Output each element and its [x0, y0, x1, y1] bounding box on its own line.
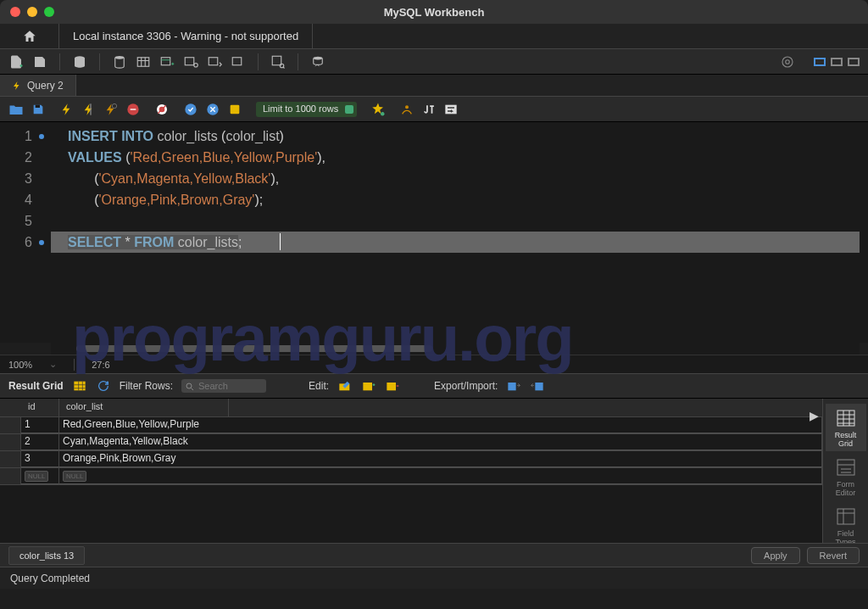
editor-status-bar: 100% ⌄ 27:6 — [0, 355, 868, 373]
rollback-icon[interactable] — [205, 102, 220, 117]
table-icon[interactable] — [136, 54, 151, 70]
home-tab[interactable] — [0, 24, 59, 48]
table-row[interactable]: 2Cyan,Magenta,Yellow,Black — [0, 434, 822, 451]
status-message: Query Completed — [10, 573, 90, 584]
find-icon[interactable] — [399, 102, 415, 117]
status-bar: Query Completed — [0, 567, 868, 589]
table-row[interactable]: 3Orange,Pink,Brown,Gray — [0, 451, 822, 468]
svg-point-21 — [381, 112, 385, 116]
execute-icon[interactable] — [59, 102, 75, 117]
main-toolbar — [0, 49, 868, 75]
svg-rect-8 — [272, 56, 281, 65]
svg-rect-33 — [837, 509, 854, 524]
line-gutter: 1 2 3 4 5 6 — [0, 122, 51, 343]
edit-label: Edit: — [309, 380, 329, 392]
search-table-icon[interactable] — [270, 54, 286, 70]
svg-rect-6 — [209, 57, 218, 64]
query-tab-row: Query 2 — [0, 75, 868, 97]
svg-rect-14 — [90, 103, 91, 115]
code-area[interactable]: INSERT INTO color_lists (color_list) VAL… — [51, 122, 868, 343]
svg-rect-28 — [387, 383, 396, 390]
import-icon[interactable] — [530, 378, 545, 394]
svg-rect-23 — [446, 104, 457, 114]
lightning-icon — [12, 81, 22, 91]
editor-h-scrollbar[interactable] — [51, 343, 860, 355]
refresh-icon[interactable] — [96, 378, 111, 394]
export-import-label: Export/Import: — [434, 380, 498, 392]
home-icon — [22, 29, 37, 44]
schema-icon[interactable] — [112, 54, 127, 70]
svg-rect-3 — [161, 57, 170, 64]
invisible-chars-icon[interactable] — [421, 102, 437, 117]
grid-header: id color_list — [0, 399, 822, 417]
query-tab-label: Query 2 — [27, 80, 64, 92]
window-controls — [10, 7, 54, 17]
panel-toggle-right[interactable] — [848, 58, 860, 66]
view-icon[interactable] — [183, 54, 198, 70]
stop-icon[interactable] — [125, 102, 141, 117]
wrap-icon[interactable] — [443, 102, 459, 117]
svg-rect-20 — [231, 104, 240, 114]
reconnect-icon[interactable] — [310, 54, 326, 70]
expand-arrow-icon[interactable]: ▶ — [810, 409, 819, 422]
settings-icon[interactable] — [780, 54, 795, 70]
new-sql-tab-icon[interactable] — [8, 54, 24, 70]
svg-rect-7 — [232, 57, 242, 64]
function-icon[interactable] — [231, 54, 246, 70]
export-icon[interactable] — [506, 378, 521, 394]
svg-point-10 — [314, 56, 323, 59]
server-status-icon[interactable] — [72, 54, 87, 70]
revert-button[interactable]: Revert — [807, 547, 860, 564]
column-header-color-list[interactable]: color_list — [59, 399, 229, 416]
svg-point-25 — [186, 383, 192, 388]
close-window-button[interactable] — [10, 7, 20, 17]
commit-icon[interactable] — [183, 102, 198, 117]
result-toolbar: Result Grid Filter Rows: Edit: Export/Im… — [0, 373, 868, 399]
svg-point-12 — [786, 59, 790, 64]
query-tab[interactable]: Query 2 — [0, 75, 76, 96]
apply-button[interactable]: Apply — [751, 547, 800, 564]
column-header-id[interactable]: id — [21, 399, 59, 416]
limit-selector-label: Limit to 1000 rows — [256, 102, 357, 117]
execute-current-icon[interactable] — [81, 102, 97, 117]
svg-rect-30 — [536, 383, 543, 390]
result-side-panel: Result Grid Form Editor Field Types — [822, 399, 868, 543]
svg-point-5 — [194, 63, 198, 67]
cursor-position: 27:6 — [92, 360, 109, 370]
table-row[interactable]: 1Red,Green,Blue,Yellow,Purple — [0, 417, 822, 434]
add-table-icon[interactable] — [159, 54, 175, 70]
side-result-grid[interactable]: Result Grid — [826, 404, 866, 451]
panel-toggle-left[interactable] — [814, 58, 826, 66]
editor-toolbar: Limit to 1000 rows — [0, 97, 868, 122]
title-bar: MySQL Workbench — [0, 0, 868, 24]
explain-icon[interactable] — [103, 102, 119, 117]
svg-rect-27 — [363, 383, 372, 390]
beautify-icon[interactable] — [370, 102, 386, 117]
side-form-editor[interactable]: Form Editor — [826, 453, 866, 500]
add-row-icon[interactable] — [361, 378, 376, 394]
zoom-level[interactable]: 100% — [8, 360, 32, 370]
limit-selector[interactable]: Limit to 1000 rows — [256, 102, 357, 117]
grid-view-icon[interactable] — [72, 378, 87, 394]
svg-point-18 — [185, 103, 196, 115]
panel-toggle-bottom[interactable] — [831, 58, 843, 66]
delete-row-icon[interactable] — [385, 378, 400, 394]
maximize-window-button[interactable] — [44, 7, 54, 17]
result-grid-label: Result Grid — [8, 380, 64, 392]
edit-row-icon[interactable] — [337, 378, 353, 394]
svg-point-11 — [782, 57, 793, 67]
save-file-icon[interactable] — [31, 102, 46, 117]
table-row-null[interactable]: NULLNULL — [0, 468, 822, 485]
svg-rect-29 — [509, 383, 516, 390]
procedure-icon[interactable] — [207, 54, 222, 70]
minimize-window-button[interactable] — [27, 7, 37, 17]
autocommit-icon[interactable] — [227, 102, 242, 117]
svg-rect-2 — [137, 57, 149, 66]
svg-rect-4 — [185, 57, 194, 64]
connection-tab[interactable]: Local instance 3306 - Warning - not supp… — [59, 24, 313, 48]
open-file-icon[interactable] — [8, 102, 24, 117]
result-tab[interactable]: color_lists 13 — [8, 546, 85, 565]
open-sql-script-icon[interactable] — [32, 54, 47, 70]
sql-editor[interactable]: 1 2 3 4 5 6 INSERT INTO color_lists (col… — [0, 122, 868, 343]
no-limit-icon[interactable] — [154, 102, 170, 117]
